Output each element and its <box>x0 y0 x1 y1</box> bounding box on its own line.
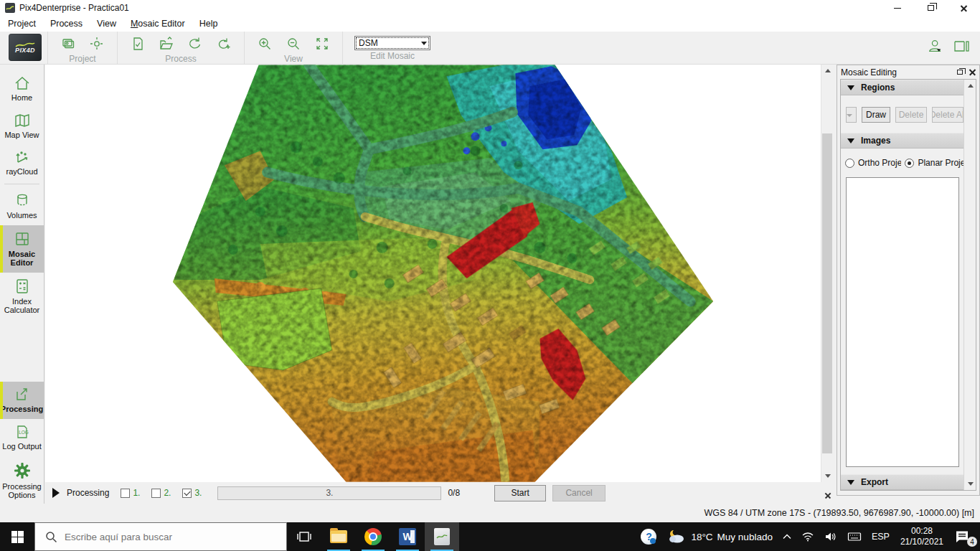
panel-scrollbar[interactable] <box>963 80 976 490</box>
zoom-in-button[interactable] <box>256 35 273 52</box>
progress-bar: 3. <box>217 486 441 500</box>
scroll-down-arrow[interactable] <box>964 478 976 490</box>
menu-view[interactable]: View <box>90 17 123 31</box>
draw-region-button[interactable]: Draw <box>862 107 890 123</box>
processing-steps-button[interactable] <box>129 35 146 52</box>
step-2-label: 2. <box>164 488 171 498</box>
taskbar-word[interactable]: W <box>390 522 425 551</box>
menu-project[interactable]: Project <box>1 17 43 31</box>
reprocess-button[interactable] <box>187 35 204 52</box>
zoom-out-button[interactable] <box>285 35 302 52</box>
taskbar-file-explorer[interactable] <box>321 522 356 551</box>
start-button[interactable]: Start <box>494 485 546 501</box>
sidebar-item-home[interactable]: Home <box>0 70 44 108</box>
pix4d-logo-text: PIX4D <box>15 47 35 54</box>
images-listbox[interactable] <box>846 177 959 467</box>
panels-layout-button[interactable] <box>953 37 970 55</box>
menu-mosaic-editor[interactable]: Mosaic Editor <box>123 17 192 31</box>
toolbar-label-process: Process <box>165 54 196 64</box>
chrome-icon <box>364 528 382 545</box>
mosaic-editing-panel: Mosaic Editing Regions Draw Delete Delet… <box>837 65 980 496</box>
action-center-button[interactable]: 4 <box>949 522 980 551</box>
close-button[interactable] <box>947 0 980 16</box>
tray-expand-button[interactable] <box>778 522 796 551</box>
float-panel-icon[interactable] <box>957 70 963 75</box>
menu-bar: Project Process View Mosaic Editor Help <box>0 16 980 32</box>
toolbar-label-project: Project <box>69 54 95 64</box>
close-panel-icon[interactable] <box>969 69 976 75</box>
language-indicator[interactable]: ESP <box>867 522 895 551</box>
scroll-up-arrow[interactable] <box>964 80 976 92</box>
processing-bar: Processing 1. 2. 3. 3. 0/8 Start Cancel <box>45 482 834 504</box>
help-tray-button[interactable]: ? <box>636 522 661 551</box>
scroll-up-arrow[interactable] <box>821 65 834 77</box>
map-vertical-scrollbar[interactable] <box>821 65 833 482</box>
raycloud-icon <box>13 149 32 166</box>
step-3-checkbox[interactable] <box>182 489 192 498</box>
keyboard-tray-button[interactable] <box>842 522 867 551</box>
processing-options-gear-icon <box>12 461 32 481</box>
scroll-thumb[interactable] <box>822 133 832 453</box>
planar-projection-radio[interactable] <box>905 159 914 168</box>
toolbar-group-view: View <box>244 32 342 64</box>
weather-temp: 18°C <box>691 532 712 542</box>
sidebar-item-processing[interactable]: Processing <box>0 382 44 419</box>
open-results-button[interactable] <box>158 35 175 52</box>
start-button-windows[interactable] <box>0 522 34 551</box>
search-input[interactable] <box>65 532 265 542</box>
ortho-projection-radio[interactable] <box>845 159 854 168</box>
taskbar-search[interactable] <box>34 522 287 551</box>
recenter-button[interactable] <box>88 35 105 52</box>
menu-help[interactable]: Help <box>192 17 225 31</box>
task-view-button[interactable] <box>287 522 321 551</box>
sidebar-item-mosaic-editor[interactable]: Mosaic Editor <box>0 225 44 273</box>
minimize-button[interactable] <box>881 0 914 16</box>
delete-all-regions-button[interactable]: Delete All <box>932 107 963 123</box>
section-regions[interactable]: Regions <box>841 80 963 95</box>
clock-date: 21/10/2021 <box>900 537 943 547</box>
dsm-map-canvas[interactable] <box>45 65 821 482</box>
dsm-map-image <box>45 65 821 482</box>
menu-process[interactable]: Process <box>43 17 90 31</box>
sidebar-item-label: Volumes <box>6 211 37 220</box>
fit-view-button[interactable] <box>314 35 331 52</box>
sidebar-item-label: rayCloud <box>6 167 37 176</box>
volume-tray-button[interactable] <box>819 522 842 551</box>
toolbar: PIX4D Project <box>0 32 980 65</box>
windows-logo-icon <box>11 531 24 543</box>
sidebar-divider <box>4 184 39 184</box>
restore-button[interactable] <box>914 0 947 16</box>
wifi-tray-button[interactable] <box>796 522 819 551</box>
scroll-down-arrow[interactable] <box>821 470 834 482</box>
sidebar-item-volumes[interactable]: Volumes <box>0 187 44 225</box>
section-export[interactable]: Export <box>841 474 963 490</box>
section-images[interactable]: Images <box>841 133 963 149</box>
sidebar-item-processing-options[interactable]: Processing Options <box>0 456 44 505</box>
toolbar-group-project: Project <box>47 32 117 64</box>
pix4d-taskbar-icon <box>434 528 450 545</box>
window-title: Pix4Denterprise - Practica01 <box>19 3 129 13</box>
region-select-combo[interactable] <box>846 107 857 123</box>
expand-processing-icon[interactable] <box>52 488 60 498</box>
weather-widget[interactable]: 18°C Muy nublado <box>661 522 777 551</box>
step-2-checkbox[interactable] <box>151 489 161 498</box>
window-controls <box>881 0 980 16</box>
user-account-button[interactable] <box>927 37 944 55</box>
taskbar-chrome[interactable] <box>356 522 390 551</box>
project-images-button[interactable] <box>60 35 77 52</box>
sidebar-item-raycloud[interactable]: rayCloud <box>0 144 44 182</box>
sidebar-item-log-output[interactable]: LOG Log Output <box>0 419 44 456</box>
cancel-button[interactable]: Cancel <box>552 485 606 501</box>
sidebar-item-map-view[interactable]: Map View <box>0 108 44 145</box>
sidebar-item-label: Index Calculator <box>1 297 43 315</box>
pix4d-logo[interactable]: PIX4D <box>9 34 42 61</box>
map-area <box>45 65 833 482</box>
taskbar-clock[interactable]: 00:28 21/10/2021 <box>895 526 949 547</box>
step-1-checkbox[interactable] <box>121 489 130 498</box>
mosaic-layer-select[interactable]: DSM <box>354 36 430 50</box>
reprocess-add-button[interactable] <box>215 35 232 52</box>
sidebar-item-index-calculator[interactable]: Index Calculator <box>0 273 44 320</box>
progress-counter: 0/8 <box>448 488 460 498</box>
delete-region-button[interactable]: Delete <box>895 107 927 123</box>
taskbar-pix4d[interactable] <box>425 522 459 551</box>
